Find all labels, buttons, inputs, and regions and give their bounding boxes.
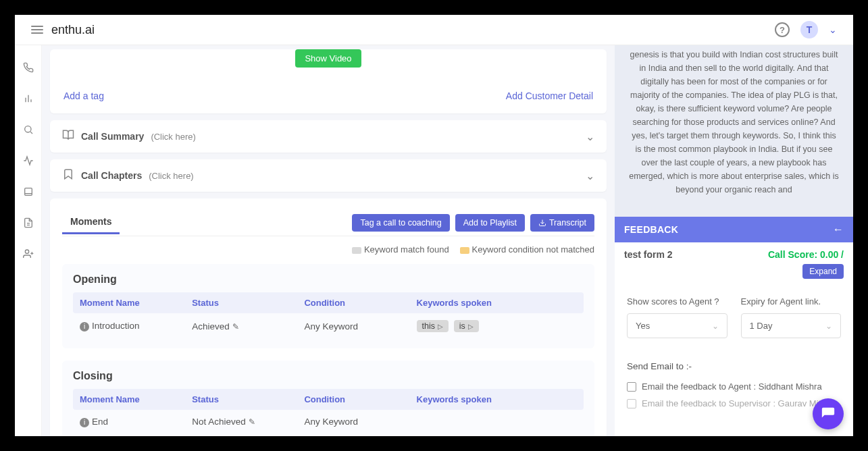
moment-name: End bbox=[92, 417, 108, 427]
legend-match-icon bbox=[352, 247, 361, 254]
col-status: Status bbox=[192, 298, 304, 308]
legend-nomatch-icon bbox=[460, 247, 469, 254]
moment-condition: Any Keyword bbox=[304, 417, 416, 427]
keyword-pill[interactable]: is▷ bbox=[454, 320, 479, 332]
phone-icon[interactable] bbox=[22, 61, 34, 74]
expiry-label: Expiry for Agent link. bbox=[741, 296, 842, 307]
show-video-button[interactable]: Show Video bbox=[295, 49, 361, 68]
moments-card: Moments Tag a call to coaching Add to Pl… bbox=[50, 198, 607, 436]
book-open-icon bbox=[62, 129, 74, 144]
table-row: iIntroduction Achieved✎ Any Keyword this… bbox=[73, 313, 584, 339]
email-agent-label: Email the feedback to Agent : Siddhant M… bbox=[642, 381, 822, 392]
checkbox[interactable] bbox=[627, 399, 636, 408]
show-scores-label: Show scores to Agent ? bbox=[627, 296, 727, 307]
table-header: Moment Name Status Condition Keywords sp… bbox=[73, 292, 584, 313]
add-playlist-button[interactable]: Add to Playlist bbox=[455, 214, 525, 232]
call-summary-hint: (Click here) bbox=[151, 132, 195, 142]
call-chapters-row[interactable]: Call Chapters (Click here) ⌄ bbox=[50, 159, 607, 192]
feedback-title: FEEDBACK bbox=[624, 224, 678, 235]
feedback-header: FEEDBACK ← bbox=[615, 217, 853, 242]
col-moment-name: Moment Name bbox=[80, 298, 192, 308]
moment-status: Not Achieved bbox=[192, 417, 246, 427]
keyword-text: this bbox=[422, 321, 435, 331]
closing-section: Closing Moment Name Status Condition Key… bbox=[62, 361, 594, 436]
search-icon[interactable] bbox=[22, 124, 34, 136]
show-scores-select[interactable]: Yes ⌄ bbox=[627, 313, 727, 338]
menu-toggle[interactable] bbox=[31, 26, 43, 34]
main-content: Show Video Add a tag Add Customer Detail… bbox=[42, 45, 615, 436]
opening-section: Opening Moment Name Status Condition Key… bbox=[62, 264, 594, 348]
chat-widget-button[interactable] bbox=[813, 398, 844, 429]
video-card: Show Video Add a tag Add Customer Detail bbox=[50, 49, 607, 113]
bars-icon[interactable] bbox=[22, 92, 34, 105]
opening-title: Opening bbox=[73, 273, 584, 286]
col-status: Status bbox=[192, 394, 304, 404]
legend-nomatch-text: Keyword condition not matched bbox=[472, 244, 594, 255]
topbar: enthu.ai ? T ⌄ bbox=[15, 15, 853, 45]
expiry-select[interactable]: 1 Day ⌄ bbox=[741, 313, 842, 338]
col-condition: Condition bbox=[304, 298, 416, 308]
tag-coaching-button[interactable]: Tag a call to coaching bbox=[352, 214, 449, 232]
help-icon[interactable]: ? bbox=[775, 22, 790, 37]
closing-title: Closing bbox=[73, 370, 584, 382]
transcript-text: genesis is that you build with Indian co… bbox=[615, 45, 853, 217]
right-panel: genesis is that you build with Indian co… bbox=[615, 45, 853, 436]
edit-icon[interactable]: ✎ bbox=[232, 322, 239, 331]
avatar[interactable]: T bbox=[800, 21, 818, 38]
chevron-down-icon: ⌄ bbox=[586, 130, 594, 143]
transcript-button[interactable]: Transcript bbox=[530, 214, 594, 232]
table-row: iEnd Not Achieved✎ Any Keyword bbox=[73, 410, 584, 434]
moment-condition: Any Keyword bbox=[304, 321, 416, 331]
download-icon bbox=[538, 219, 546, 227]
info-icon[interactable]: i bbox=[80, 322, 89, 331]
activity-icon[interactable] bbox=[22, 155, 34, 167]
call-score: Call Score: 0.00 / bbox=[768, 249, 844, 260]
email-agent-row[interactable]: Email the feedback to Agent : Siddhant M… bbox=[627, 378, 841, 395]
col-keywords: Keywords spoken bbox=[417, 298, 577, 308]
svg-point-0 bbox=[24, 126, 30, 132]
book-icon[interactable] bbox=[22, 186, 34, 198]
svg-rect-1 bbox=[24, 188, 32, 196]
keyword-text: is bbox=[459, 321, 465, 331]
legend-match-text: Keyword match found bbox=[364, 244, 449, 255]
col-keywords: Keywords spoken bbox=[417, 394, 577, 404]
keyword-pill[interactable]: this▷ bbox=[417, 320, 449, 332]
back-arrow-icon[interactable]: ← bbox=[833, 223, 844, 236]
chevron-down-icon[interactable]: ⌄ bbox=[829, 24, 837, 35]
play-icon: ▷ bbox=[468, 323, 474, 330]
call-summary-row[interactable]: Call Summary (Click here) ⌄ bbox=[50, 120, 607, 153]
tab-moments[interactable]: Moments bbox=[62, 211, 120, 234]
chevron-down-icon: ⌄ bbox=[825, 321, 832, 331]
col-moment-name: Moment Name bbox=[80, 394, 192, 404]
document-icon[interactable] bbox=[22, 217, 34, 229]
bookmark-icon bbox=[62, 168, 74, 183]
chevron-down-icon: ⌄ bbox=[586, 169, 594, 182]
moment-status: Achieved bbox=[192, 321, 230, 331]
show-scores-value: Yes bbox=[636, 321, 650, 331]
checkbox[interactable] bbox=[627, 382, 636, 392]
brand-logo: enthu.ai bbox=[51, 23, 95, 37]
transcript-label: Transcript bbox=[549, 218, 586, 228]
add-customer-detail-link[interactable]: Add Customer Detail bbox=[506, 90, 593, 101]
edit-icon[interactable]: ✎ bbox=[249, 417, 255, 427]
legend: Keyword match found Keyword condition no… bbox=[62, 244, 594, 255]
call-chapters-hint: (Click here) bbox=[149, 171, 193, 181]
expand-button[interactable]: Expand bbox=[802, 264, 844, 279]
moment-name: Introduction bbox=[92, 321, 140, 331]
info-icon[interactable]: i bbox=[80, 418, 89, 427]
call-chapters-title: Call Chapters bbox=[81, 170, 142, 181]
users-icon[interactable] bbox=[22, 248, 34, 260]
chevron-down-icon: ⌄ bbox=[712, 321, 719, 331]
sidenav bbox=[15, 45, 42, 436]
email-supervisor-row[interactable]: Email the feedback to Supervisor : Gaura… bbox=[627, 395, 841, 412]
send-email-label: Send Email to :- bbox=[627, 361, 841, 371]
feedback-form-name: test form 2 bbox=[624, 249, 673, 260]
add-tag-link[interactable]: Add a tag bbox=[63, 90, 104, 101]
col-condition: Condition bbox=[304, 394, 416, 404]
feedback-settings: Show scores to Agent ? Yes ⌄ Expiry for … bbox=[615, 284, 853, 350]
svg-point-2 bbox=[25, 250, 28, 253]
table-header: Moment Name Status Condition Keywords sp… bbox=[73, 389, 584, 410]
expiry-value: 1 Day bbox=[750, 321, 773, 331]
email-supervisor-label: Email the feedback to Supervisor : Gaura… bbox=[642, 398, 830, 408]
play-icon: ▷ bbox=[438, 323, 443, 330]
